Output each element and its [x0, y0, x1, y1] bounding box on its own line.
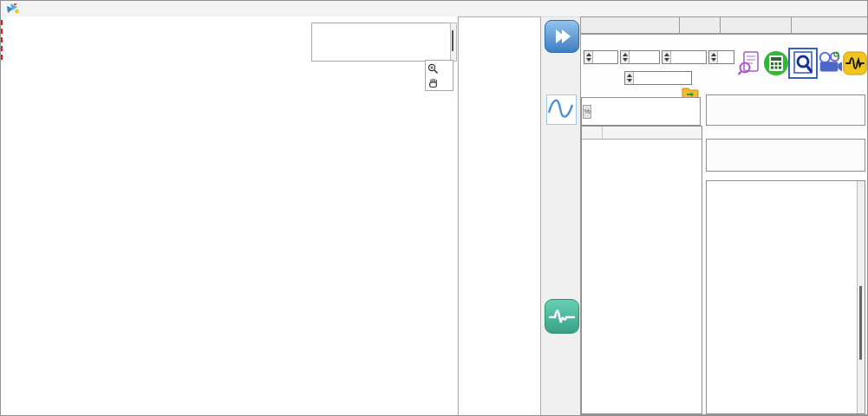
overlay-waveform-icon: [843, 50, 867, 76]
decode-type-value: [630, 51, 632, 63]
file-path-field[interactable]: %: [581, 97, 701, 126]
page-up-channels-button[interactable]: [545, 20, 579, 53]
spinner-arrows-icon[interactable]: [709, 51, 718, 63]
tab-comm[interactable]: [721, 16, 792, 34]
ac-groupbox: [706, 139, 865, 172]
movie-camera-icon: [817, 50, 843, 76]
ac-spinners: [707, 141, 865, 142]
decode-channel-spinner[interactable]: [708, 50, 734, 64]
calculate-button[interactable]: [763, 49, 789, 77]
baud-rate-spinner[interactable]: [662, 50, 707, 64]
spinner-arrows-icon[interactable]: [621, 51, 630, 63]
decode-doc-magnifier-icon: [737, 50, 761, 76]
measurement-panel: [458, 16, 541, 416]
control-panel: %: [580, 16, 868, 416]
decode-type-spinner[interactable]: [620, 50, 660, 64]
chart-background: [1, 16, 457, 416]
decode-channel-value: [718, 51, 721, 63]
play-count-value: [593, 51, 596, 63]
wave-list-index-header: [582, 127, 603, 139]
can-message-list[interactable]: [706, 180, 865, 414]
record-time-value: [634, 72, 636, 84]
play-count-spinner[interactable]: [584, 50, 618, 64]
spinner-arrows-icon[interactable]: [625, 72, 634, 84]
record-tab-content: %: [580, 34, 868, 415]
decode-button[interactable]: [736, 49, 762, 77]
preview-button[interactable]: [790, 49, 816, 77]
plot-tool-palette: [425, 60, 454, 91]
overlay-button[interactable]: [843, 49, 867, 77]
titlebar: [1, 1, 867, 17]
spinner-arrows-icon[interactable]: [662, 51, 671, 63]
waveform-button[interactable]: [545, 299, 579, 334]
tab-record[interactable]: [680, 16, 721, 34]
wave-list-table[interactable]: [581, 126, 702, 414]
tab-bar: [580, 16, 868, 34]
op-groupbox: [706, 94, 865, 126]
message-list-scrollbar[interactable]: [857, 181, 865, 413]
pan-hand-icon[interactable]: [427, 77, 439, 88]
wave-list-title: [603, 127, 702, 139]
tab-settings[interactable]: [580, 16, 680, 34]
legend-scrollbar-thumb[interactable]: [452, 30, 454, 51]
tab-signal-power[interactable]: [792, 16, 868, 34]
preview-magnifier-icon: [792, 51, 814, 75]
screenshot-scissors-icon[interactable]: [544, 240, 578, 271]
playback-button[interactable]: [817, 49, 843, 77]
path-type-glyph: %: [583, 105, 591, 119]
waveform-icon: [548, 306, 576, 327]
x-cursor-line-top[interactable]: [1, 20, 3, 60]
wave-list-header: [582, 127, 702, 140]
fast-forward-icon: [562, 29, 571, 43]
op-spinners: [707, 97, 865, 98]
sine-wave-icon: [547, 95, 574, 122]
mid-button-column: [542, 16, 580, 416]
spinner-arrows-icon[interactable]: [584, 51, 593, 63]
zoom-magnifier-icon[interactable]: [427, 63, 439, 75]
message-scrollbar-thumb[interactable]: [859, 286, 862, 361]
legend[interactable]: [311, 23, 451, 62]
legend-scrollbar[interactable]: [450, 23, 457, 62]
record-time-spinner[interactable]: [624, 71, 692, 85]
app-window: %: [0, 0, 868, 416]
calculator-icon: [763, 50, 789, 76]
baud-rate-value: [671, 51, 674, 63]
app-icon: [6, 3, 20, 15]
status-indicator: [546, 94, 577, 125]
